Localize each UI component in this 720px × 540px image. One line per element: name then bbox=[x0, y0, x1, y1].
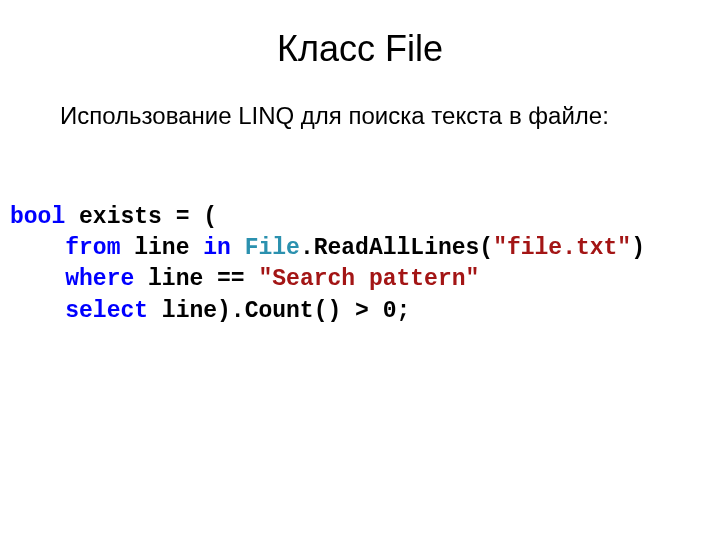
string-literal: "Search pattern" bbox=[258, 266, 479, 292]
code-text: line bbox=[120, 235, 203, 261]
code-text: ) bbox=[631, 235, 645, 261]
code-block: bool exists = ( from line in File.ReadAl… bbox=[0, 132, 720, 326]
keyword-in: in bbox=[203, 235, 231, 261]
code-text: line == bbox=[134, 266, 258, 292]
keyword-where: where bbox=[65, 266, 134, 292]
keyword-from: from bbox=[65, 235, 120, 261]
string-literal: "file.txt" bbox=[493, 235, 631, 261]
code-indent bbox=[10, 298, 65, 324]
code-text: .ReadAllLines( bbox=[300, 235, 493, 261]
keyword-select: select bbox=[65, 298, 148, 324]
code-indent bbox=[10, 266, 65, 292]
code-text: exists = ( bbox=[65, 204, 217, 230]
keyword-bool: bool bbox=[10, 204, 65, 230]
slide: Класс File Использование LINQ для поиска… bbox=[0, 0, 720, 540]
code-text bbox=[231, 235, 245, 261]
code-text: line).Count() > 0; bbox=[148, 298, 410, 324]
slide-subtitle: Использование LINQ для поиска текста в ф… bbox=[0, 80, 720, 132]
code-indent bbox=[10, 235, 65, 261]
slide-title: Класс File bbox=[0, 0, 720, 80]
type-file: File bbox=[245, 235, 300, 261]
